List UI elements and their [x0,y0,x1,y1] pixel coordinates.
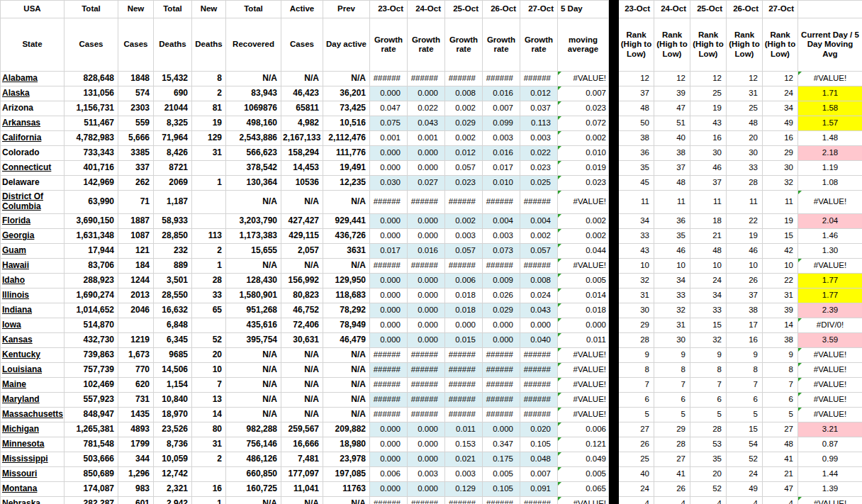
cell-new-deaths[interactable]: 33 [192,289,226,303]
cell-rank-23-oct[interactable]: 40 [619,467,654,482]
cell-rank-27-oct[interactable]: 8 [763,363,798,378]
cell-new-deaths[interactable]: 14 [192,408,226,422]
cell-growth-25-oct[interactable]: 0.006 [445,274,483,289]
cell-rank-23-oct[interactable]: 26 [619,437,654,452]
cell-new-cases[interactable]: 337 [118,161,154,176]
cell-total-deaths[interactable]: 28,550 [154,289,192,303]
cell-rank-24-oct[interactable]: 6 [654,393,690,408]
cell-total-deaths[interactable]: 8,426 [154,146,192,161]
cell-active-cases[interactable]: 46,423 [281,86,323,101]
cell-total-recovered[interactable]: 982,288 [226,422,281,437]
cell-rank-26-oct[interactable]: 19 [727,229,763,244]
cell-growth-25-oct[interactable]: ###### [445,393,483,408]
cell-growth-27-oct[interactable]: ###### [520,191,558,214]
cell-new-cases[interactable]: 1799 [118,437,154,452]
cell-total-deaths[interactable]: 8721 [154,161,192,176]
cell-state[interactable]: Massachusetts [1,408,65,422]
cell-5-day-moving-average[interactable]: 0.002 [558,229,609,244]
cell-rank-23-oct[interactable]: 24 [619,482,654,497]
cell-active-cases[interactable]: 2,167,133 [281,131,323,146]
cell-state[interactable]: Michigan [1,422,65,437]
cell-rank-25-oct[interactable]: 37 [690,176,727,191]
cell-new-cases[interactable]: 983 [118,482,154,497]
cell-total-cases[interactable]: 1,631,348 [65,229,118,244]
cell-prev-day-active[interactable]: 197,085 [323,467,370,482]
cell-new-cases[interactable]: 1244 [118,274,154,289]
cell-rank-25-oct[interactable]: 6 [690,393,727,408]
cell-rank-24-oct[interactable]: 41 [654,467,690,482]
cell-rank-25-oct[interactable]: 20 [690,467,727,482]
cell-growth-26-oct[interactable]: ###### [483,348,520,363]
cell-growth-23-oct[interactable]: 0.000 [370,229,408,244]
cell-active-cases[interactable]: 72,406 [281,318,323,333]
cell-rank-26-oct[interactable]: 5 [727,408,763,422]
cell-prev-day-active[interactable]: N/A [323,378,370,393]
cell-rank-25-oct[interactable]: 18 [690,214,727,229]
cell-growth-25-oct[interactable]: 0.002 [445,131,483,146]
cell-growth-25-oct[interactable]: ###### [445,259,483,274]
cell-new-deaths[interactable]: 7 [192,378,226,393]
cell-new-deaths[interactable] [192,318,226,333]
cell-5-day-moving-average[interactable]: 0.002 [558,214,609,229]
cell-rank-27-oct[interactable]: 29 [763,146,798,161]
cell-growth-26-oct[interactable]: 0.099 [483,116,520,131]
cell-new-deaths[interactable]: 10 [192,363,226,378]
cell-growth-24-oct[interactable]: 0.003 [408,467,445,482]
cell-growth-25-oct[interactable]: 0.153 [445,437,483,452]
cell-growth-25-oct[interactable]: ###### [445,497,483,504]
header-bottom-growth-26-oct[interactable]: Growth rate [483,18,520,72]
cell-new-deaths[interactable]: 80 [192,422,226,437]
cell-total-recovered[interactable]: 83,943 [226,86,281,101]
cell-growth-25-oct[interactable]: 0.011 [445,422,483,437]
cell-total-deaths[interactable]: 2,942 [154,497,192,504]
cell-growth-26-oct[interactable]: 0.009 [483,274,520,289]
cell-current-day-ratio[interactable]: 1.39 [798,482,862,497]
cell-total-recovered[interactable]: N/A [226,497,281,504]
header-top-growth-26-oct[interactable]: 26-Oct [483,1,520,18]
cell-total-deaths[interactable]: 8,736 [154,437,192,452]
cell-total-deaths[interactable]: 58,933 [154,214,192,229]
cell-active-cases[interactable]: 429,115 [281,229,323,244]
cell-rank-23-oct[interactable]: 28 [619,333,654,348]
cell-growth-24-oct[interactable]: ###### [408,497,445,504]
cell-current-day-ratio[interactable]: 2.39 [798,303,862,318]
cell-rank-24-oct[interactable]: 26 [654,482,690,497]
cell-total-deaths[interactable]: 16,632 [154,303,192,318]
cell-growth-26-oct[interactable]: ###### [483,408,520,422]
cell-growth-26-oct[interactable]: 0.016 [483,86,520,101]
cell-current-day-ratio[interactable]: #VALUE! [798,363,862,378]
cell-growth-23-oct[interactable]: 0.017 [370,244,408,259]
cell-rank-25-oct[interactable]: 30 [690,146,727,161]
cell-total-recovered[interactable]: 951,268 [226,303,281,318]
cell-rank-27-oct[interactable]: 7 [763,378,798,393]
cell-growth-26-oct[interactable]: ###### [483,72,520,86]
cell-rank-27-oct[interactable]: 10 [763,259,798,274]
cell-growth-24-oct[interactable]: 0.001 [408,131,445,146]
cell-new-cases[interactable]: 1,296 [118,467,154,482]
cell-total-deaths[interactable]: 21044 [154,101,192,116]
cell-growth-26-oct[interactable]: 0.007 [483,101,520,116]
cell-rank-27-oct[interactable]: 6 [763,393,798,408]
cell-growth-23-oct[interactable]: ###### [370,259,408,274]
cell-growth-25-oct[interactable]: 0.002 [445,214,483,229]
cell-total-recovered[interactable]: 3,203,790 [226,214,281,229]
cell-rank-24-oct[interactable]: 8 [654,363,690,378]
cell-new-cases[interactable]: 1219 [118,333,154,348]
header-bottom-growth-25-oct[interactable]: Growth rate [445,18,483,72]
cell-prev-day-active[interactable]: 73,425 [323,101,370,116]
header-top-prev-day-active[interactable]: Prev [323,1,370,18]
cell-new-cases[interactable]: 262 [118,176,154,191]
cell-current-day-ratio[interactable]: 1.77 [798,289,862,303]
cell-rank-27-oct[interactable]: 47 [763,482,798,497]
cell-new-deaths[interactable]: 13 [192,393,226,408]
cell-growth-27-oct[interactable]: 0.012 [520,86,558,101]
header-bottom-active-cases[interactable]: Cases [281,18,323,72]
cell-5-day-moving-average[interactable]: 0.005 [558,467,609,482]
cell-rank-27-oct[interactable]: 24 [763,86,798,101]
cell-prev-day-active[interactable]: 209,882 [323,422,370,437]
cell-growth-27-oct[interactable]: 0.040 [520,333,558,348]
header-top-rank-26-oct[interactable]: 26-Oct [727,1,763,18]
cell-growth-24-oct[interactable]: ###### [408,348,445,363]
cell-prev-day-active[interactable]: 12,235 [323,176,370,191]
cell-rank-23-oct[interactable]: 43 [619,244,654,259]
